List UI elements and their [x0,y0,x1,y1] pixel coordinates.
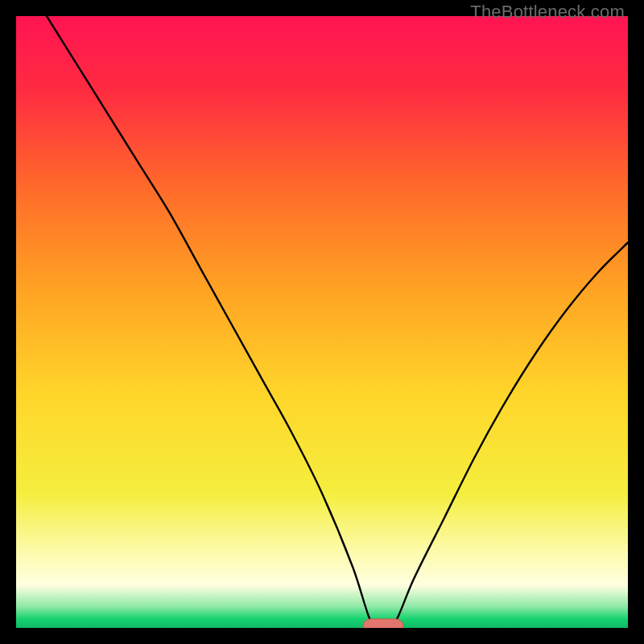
optimal-marker [363,619,403,628]
chart-frame [16,16,628,628]
bottleneck-chart [16,16,628,628]
gradient-background [16,16,628,628]
watermark-text: TheBottleneck.com [470,2,625,23]
